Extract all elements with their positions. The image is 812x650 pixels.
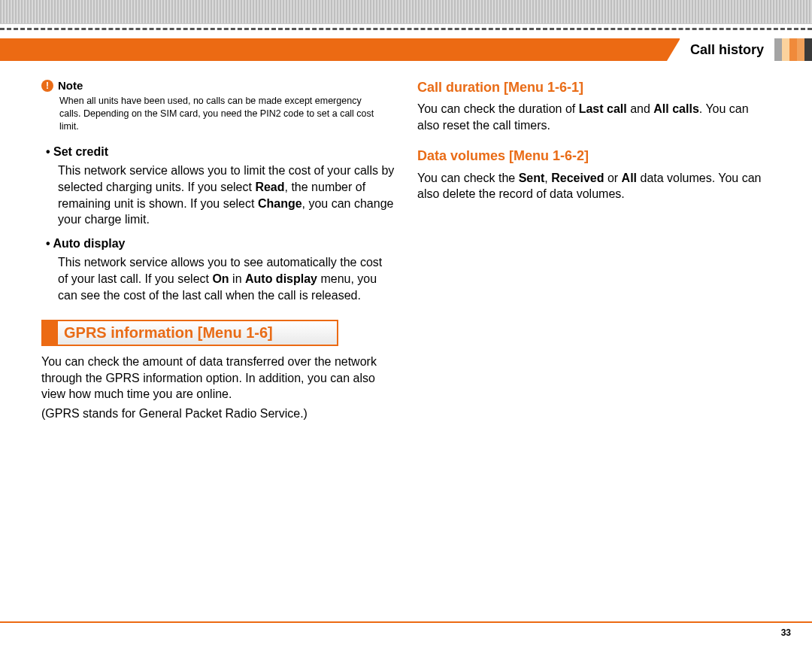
bold-received: Received [551, 172, 604, 184]
call-duration-heading: Call duration [Menu 1-6-1] [417, 78, 771, 96]
text: in [229, 272, 245, 285]
bold-on: On [212, 272, 229, 285]
bold-last-call: Last call [579, 102, 627, 115]
auto-display-heading: • Auto display [46, 235, 395, 252]
bold-all-calls: All calls [653, 102, 698, 115]
bold-read: Read [255, 181, 284, 193]
gprs-title: GPRS information [Menu 1-6] [58, 320, 338, 346]
gprs-paragraph-1: You can check the amount of data transfe… [41, 354, 395, 402]
dashed-divider [0, 28, 812, 30]
tab-notch [667, 38, 680, 61]
auto-display-body: This network service allows you to see a… [58, 254, 395, 303]
text: You can check the [417, 172, 519, 184]
page-number: 33 [781, 627, 791, 638]
box-tab [41, 320, 58, 346]
text: , [544, 172, 551, 184]
manual-page: Call history ! Note When all units have … [0, 0, 812, 650]
bottom-rule [0, 621, 812, 623]
content-columns: ! Note When all units have been used, no… [41, 74, 771, 425]
bold-sent: Sent [519, 172, 545, 184]
header-tab: Call history [667, 38, 774, 61]
top-band [0, 0, 812, 24]
bold-change: Change [258, 197, 302, 210]
note-heading: ! Note [41, 78, 395, 93]
bold-all: All [622, 172, 637, 184]
set-credit-label: • Set credit [46, 145, 108, 158]
gprs-box-heading: GPRS information [Menu 1-6] [41, 320, 338, 346]
text: and [627, 102, 654, 115]
data-volumes-heading: Data volumes [Menu 1-6-2] [417, 147, 771, 165]
info-icon: ! [41, 80, 53, 92]
text: You can check the duration of [417, 102, 579, 115]
text: or [604, 172, 621, 184]
note-label: Note [58, 78, 83, 93]
note-body: When all units have been used, no calls … [59, 95, 383, 133]
data-volumes-body: You can check the Sent, Received or All … [417, 170, 771, 202]
auto-display-label: • Auto display [46, 237, 125, 250]
call-duration-body: You can check the duration of Last call … [417, 101, 771, 133]
set-credit-body: This network service allows you to limit… [58, 162, 395, 227]
section-title: Call history [680, 38, 774, 61]
gprs-paragraph-2: (GPRS stands for General Packet Radio Se… [41, 405, 395, 422]
right-column: Call duration [Menu 1-6-1] You can check… [417, 74, 771, 425]
left-column: ! Note When all units have been used, no… [41, 74, 395, 425]
header-colorbars [774, 38, 812, 61]
bold-auto-display: Auto display [245, 272, 317, 285]
set-credit-heading: • Set credit [46, 144, 395, 160]
